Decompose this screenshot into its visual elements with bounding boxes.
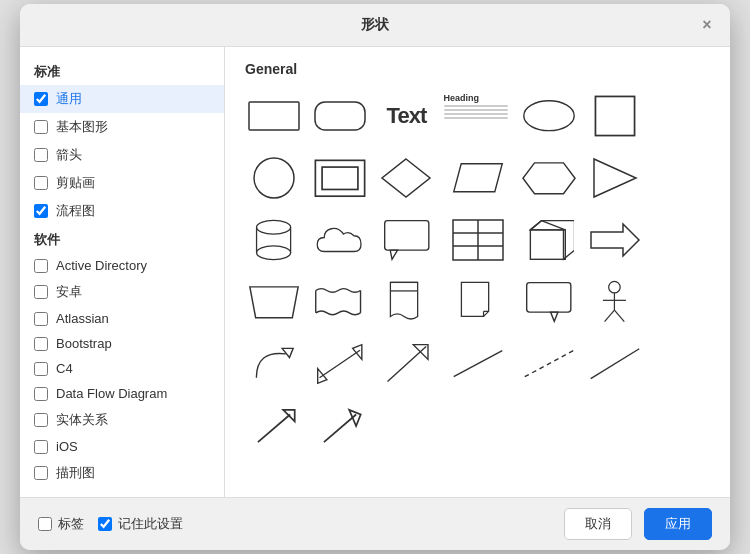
sidebar-checkbox-ios[interactable] bbox=[34, 440, 48, 454]
heading-line-1 bbox=[444, 105, 508, 107]
sidebar-item-general[interactable]: 通用 bbox=[20, 85, 224, 113]
sidebar-checkbox-c4[interactable] bbox=[34, 362, 48, 376]
shape-dashed-line[interactable] bbox=[520, 337, 578, 391]
shape-arrow-small-2[interactable] bbox=[311, 399, 369, 453]
shape-note[interactable] bbox=[444, 275, 512, 329]
sidebar-item-dataflow[interactable]: Data Flow Diagram bbox=[20, 381, 224, 406]
shape-empty8 bbox=[520, 399, 578, 453]
shape-cylinder[interactable] bbox=[245, 213, 303, 267]
shape-square[interactable] bbox=[586, 89, 644, 143]
shape-rectangle[interactable] bbox=[245, 89, 303, 143]
sidebar-checkbox-sketch[interactable] bbox=[34, 466, 48, 480]
svg-marker-22 bbox=[530, 221, 574, 260]
sidebar-checkbox-arrow[interactable] bbox=[34, 148, 48, 162]
sidebar-checkbox-dataflow[interactable] bbox=[34, 387, 48, 401]
remember-checkbox[interactable] bbox=[98, 517, 112, 531]
svg-rect-6 bbox=[322, 167, 358, 189]
sidebar-checkbox-flowchart[interactable] bbox=[34, 204, 48, 218]
sidebar-item-er[interactable]: 实体关系 bbox=[20, 406, 224, 434]
apply-button[interactable]: 应用 bbox=[644, 508, 712, 540]
section-title: General bbox=[245, 61, 710, 77]
svg-line-42 bbox=[320, 350, 360, 378]
main-area: General Text Hea bbox=[225, 47, 730, 497]
heading-shape: Heading bbox=[444, 93, 512, 139]
sidebar-item-atlassian[interactable]: Atlassian bbox=[20, 306, 224, 331]
text-label: Text bbox=[387, 103, 427, 129]
shape-curve-arrow[interactable] bbox=[245, 337, 303, 391]
shape-parallelogram[interactable] bbox=[444, 151, 512, 205]
label-checkbox-item[interactable]: 标签 bbox=[38, 515, 84, 533]
sidebar-checkbox-atlassian[interactable] bbox=[34, 312, 48, 326]
svg-line-48 bbox=[524, 351, 573, 377]
shapes-dialog: 形状 × 标准 通用 基本图形 箭头 剪贴画 bbox=[20, 4, 730, 550]
sidebar-checkbox-clipart[interactable] bbox=[34, 176, 48, 190]
shape-person[interactable] bbox=[586, 275, 644, 329]
shape-slash-line[interactable] bbox=[586, 337, 644, 391]
shape-cube[interactable] bbox=[520, 213, 578, 267]
sidebar-label-flowchart: 流程图 bbox=[56, 202, 95, 220]
shape-ellipse[interactable] bbox=[520, 89, 578, 143]
sidebar-item-flowchart[interactable]: 流程图 bbox=[20, 197, 224, 225]
shape-trapezoid[interactable] bbox=[245, 275, 303, 329]
sidebar-item-clipart[interactable]: 剪贴画 bbox=[20, 169, 224, 197]
shape-arrow-up-right[interactable] bbox=[377, 337, 435, 391]
shape-frame-rect[interactable] bbox=[311, 151, 369, 205]
shape-circle[interactable] bbox=[245, 151, 303, 205]
sidebar-checkbox-active-directory[interactable] bbox=[34, 259, 48, 273]
shape-empty4 bbox=[652, 275, 710, 329]
sidebar-checkbox-android[interactable] bbox=[34, 285, 48, 299]
sidebar-label-bootstrap: Bootstrap bbox=[56, 336, 112, 351]
shape-line[interactable] bbox=[444, 337, 512, 391]
dialog-footer: 标签 记住此设置 取消 应用 bbox=[20, 497, 730, 550]
shape-text[interactable]: Text bbox=[377, 89, 435, 143]
close-button[interactable]: × bbox=[698, 16, 716, 34]
sidebar-item-bootstrap[interactable]: Bootstrap bbox=[20, 331, 224, 356]
sidebar-checkbox-basic[interactable] bbox=[34, 120, 48, 134]
sidebar-item-ios[interactable]: iOS bbox=[20, 434, 224, 459]
svg-marker-35 bbox=[550, 312, 557, 321]
shape-empty6 bbox=[377, 399, 435, 453]
shape-arrow-right2[interactable] bbox=[586, 213, 644, 267]
cancel-button[interactable]: 取消 bbox=[564, 508, 632, 540]
shape-hexagon[interactable] bbox=[520, 151, 578, 205]
shape-document[interactable] bbox=[377, 275, 435, 329]
svg-rect-0 bbox=[249, 102, 299, 130]
shape-arrow-small-1[interactable] bbox=[245, 399, 303, 453]
svg-rect-21 bbox=[530, 230, 565, 259]
sidebar-checkbox-er[interactable] bbox=[34, 413, 48, 427]
sidebar-item-sketch[interactable]: 描刑图 bbox=[20, 459, 224, 487]
sidebar-label-atlassian: Atlassian bbox=[56, 311, 109, 326]
sidebar-label-basic: 基本图形 bbox=[56, 118, 108, 136]
sidebar-checkbox-general[interactable] bbox=[34, 92, 48, 106]
sidebar-item-c4[interactable]: C4 bbox=[20, 356, 224, 381]
shape-callout[interactable] bbox=[377, 213, 435, 267]
shape-arrow-both[interactable] bbox=[311, 337, 369, 391]
svg-marker-8 bbox=[453, 164, 502, 192]
sidebar-label-er: 实体关系 bbox=[56, 411, 108, 429]
label-checkbox[interactable] bbox=[38, 517, 52, 531]
sidebar-item-android[interactable]: 安卓 bbox=[20, 278, 224, 306]
svg-point-2 bbox=[523, 101, 573, 131]
shape-cloud[interactable] bbox=[311, 213, 369, 267]
svg-line-47 bbox=[453, 351, 502, 377]
shape-wave[interactable] bbox=[311, 275, 369, 329]
sidebar-item-active-directory[interactable]: Active Directory bbox=[20, 253, 224, 278]
svg-point-36 bbox=[609, 281, 620, 292]
svg-line-24 bbox=[541, 221, 565, 230]
sidebar-item-basic[interactable]: 基本图形 bbox=[20, 113, 224, 141]
shape-table[interactable] bbox=[444, 213, 512, 267]
dialog-title: 形状 bbox=[361, 16, 389, 32]
sidebar-checkbox-bootstrap[interactable] bbox=[34, 337, 48, 351]
sidebar-item-arrow[interactable]: 箭头 bbox=[20, 141, 224, 169]
sidebar-label-ios: iOS bbox=[56, 439, 78, 454]
remember-checkbox-item[interactable]: 记住此设置 bbox=[98, 515, 183, 533]
shape-rounded-rectangle[interactable] bbox=[311, 89, 369, 143]
shape-diamond[interactable] bbox=[377, 151, 435, 205]
shape-triangle-right[interactable] bbox=[586, 151, 644, 205]
shape-heading[interactable]: Heading bbox=[444, 89, 512, 143]
shape-empty3 bbox=[652, 213, 710, 267]
svg-line-23 bbox=[530, 221, 541, 230]
shape-speech-bubble[interactable] bbox=[520, 275, 578, 329]
heading-line-3 bbox=[444, 113, 508, 115]
sidebar-label-android: 安卓 bbox=[56, 283, 82, 301]
